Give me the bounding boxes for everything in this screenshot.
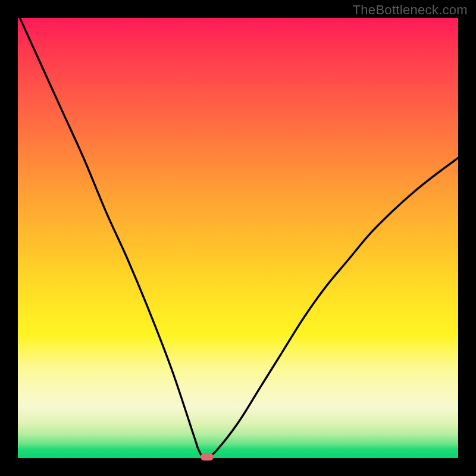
chart-container: TheBottleneck.com bbox=[0, 0, 476, 476]
bottleneck-curve bbox=[18, 18, 458, 458]
plot-area bbox=[18, 18, 458, 458]
watermark-text: TheBottleneck.com bbox=[353, 2, 468, 18]
optimal-point-marker bbox=[201, 453, 214, 461]
